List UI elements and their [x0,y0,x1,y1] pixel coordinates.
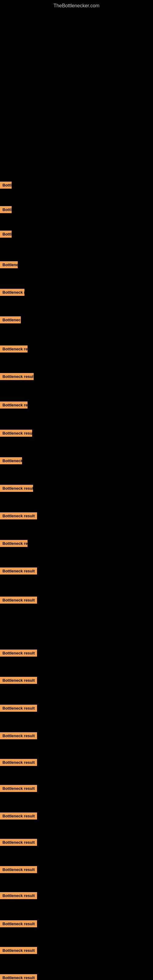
site-title: TheBottlenecker.com [0,0,153,10]
bottleneck-result-item: Bottleneck result [0,920,37,928]
bottleneck-result-item: Bottleneck result [0,373,33,380]
bottleneck-result-item: Bottleneck result [0,974,37,980]
bottleneck-result-item: Bottleneck result [0,813,37,819]
bottleneck-result-item: Bottleneck result [0,485,33,492]
bottleneck-result-item: Bottleneck result [0,892,37,899]
bottleneck-result-item: Bottleneck result [0,839,37,846]
bottleneck-result-item: Bottleneck result [0,759,37,766]
bottleneck-result-item: Bottleneck result [0,289,24,296]
bottleneck-result-item: Bottleneck result [0,181,12,189]
bottleneck-result-item: Bottleneck result [0,649,37,657]
bottleneck-result-item: Bottleneck result [0,231,12,238]
bottleneck-result-item: Bottleneck result [0,512,37,519]
bottleneck-result-item: Bottleneck result [0,317,21,323]
bottleneck-result-item: Bottleneck result [0,457,22,464]
bottleneck-result-item: Bottleneck result [0,206,12,213]
bottleneck-result-item: Bottleneck result [0,947,37,954]
bottleneck-result-item: Bottleneck result [0,430,32,437]
bottleneck-result-item: Bottleneck result [0,540,27,547]
bottleneck-result-item: Bottleneck result [0,785,37,792]
bottleneck-result-item: Bottleneck result [0,568,37,574]
bottleneck-result-item: Bottleneck result [0,677,37,684]
bottleneck-result-item: Bottleneck result [0,261,18,268]
bottleneck-result-item: Bottleneck result [0,732,37,739]
bottleneck-result-item: Bottleneck result [0,705,37,712]
bottleneck-result-item: Bottleneck result [0,345,27,353]
bottleneck-result-item: Bottleneck result [0,401,27,409]
bottleneck-result-item: Bottleneck result [0,597,37,604]
bottleneck-result-item: Bottleneck result [0,866,37,873]
